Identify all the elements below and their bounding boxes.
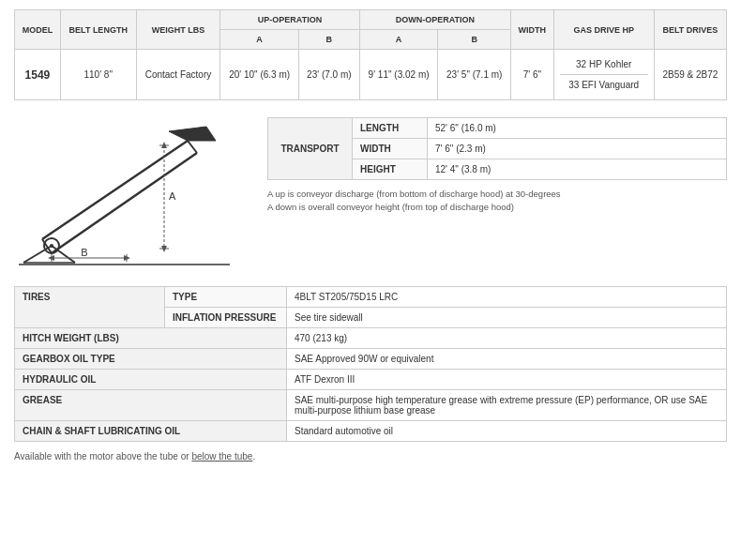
gas-drive-2: 33 EFI Vanguard [560, 75, 648, 95]
transport-length-value: 52' 6" (16.0 m) [428, 118, 727, 139]
tires-type-value: 4BLT ST205/75D15 LRC [287, 287, 727, 308]
header-gas-drive: GAS DRIVE HP [553, 10, 654, 50]
grease-row: GREASE SAE multi-purpose high temperatur… [15, 390, 727, 421]
transport-notes: A up is conveyor discharge (from bottom … [267, 188, 727, 215]
hydraulic-oil-label: HYDRAULIC OIL [15, 370, 287, 390]
chain-shaft-value: Standard automotive oil [287, 421, 727, 442]
tires-label: TIRES [15, 287, 165, 328]
hydraulic-oil-row: HYDRAULIC OIL ATF Dexron III [15, 370, 727, 390]
header-weight: WEIGHT LBS [136, 10, 220, 50]
tires-type-label: TYPE [165, 287, 287, 308]
svg-line-8 [52, 246, 75, 263]
grease-value: SAE multi-purpose high temperature greas… [287, 390, 727, 421]
row-belt-length: 110' 8" [60, 50, 136, 100]
svg-line-0 [42, 141, 188, 239]
header-down-b: B [438, 30, 511, 50]
gas-drive-1: 32 HP Kohler [560, 54, 648, 75]
tires-row: TIRES TYPE 4BLT ST205/75D15 LRC [15, 287, 727, 308]
svg-line-3 [188, 141, 197, 153]
gearbox-oil-label: GEARBOX OIL TYPE [15, 349, 287, 370]
tires-pressure-label: INFLATION PRESSURE [165, 308, 287, 328]
hitch-weight-row: HITCH WEIGHT (LBS) 470 (213 kg) [15, 328, 727, 349]
svg-line-7 [23, 246, 52, 263]
transport-height-value: 12' 4" (3.8 m) [428, 159, 727, 180]
svg-marker-4 [169, 127, 216, 141]
row-down-b: 23' 5" (7.1 m) [438, 50, 511, 100]
row-up-b: 23' (7.0 m) [298, 50, 359, 100]
row-belt-drives: 2B59 & 2B72 [654, 50, 726, 100]
hydraulic-oil-value: ATF Dexron III [287, 370, 727, 390]
hitch-weight-value: 470 (213 kg) [287, 328, 727, 349]
header-width: WIDTH [511, 10, 554, 50]
row-width: 7' 6" [511, 50, 554, 100]
transport-width-label: WIDTH [353, 139, 428, 159]
header-belt-length: BELT LENGTH [60, 10, 136, 50]
header-up-a: A [220, 30, 299, 50]
chain-shaft-label: CHAIN & SHAFT LUBRICATING OIL [15, 421, 287, 442]
row-weight: Contact Factory [136, 50, 220, 100]
tires-pressure-value: See tire sidewall [287, 308, 727, 328]
header-down-operation: DOWN-OPERATION [359, 10, 510, 30]
header-model: MODEL [15, 10, 61, 50]
row-up-a: 20' 10" (6.3 m) [220, 50, 299, 100]
conveyor-svg: A B [14, 117, 239, 267]
gearbox-oil-value: SAE Approved 90W or equivalent [287, 349, 727, 370]
footer-text-before: Available with the motor above the tube … [14, 451, 191, 462]
transport-table: TRANSPORT LENGTH 52' 6" (16.0 m) WIDTH 7… [267, 117, 727, 180]
row-gas-drive: 32 HP Kohler 33 EFI Vanguard [553, 50, 654, 100]
hitch-weight-label: HITCH WEIGHT (LBS) [15, 328, 287, 349]
transport-label: TRANSPORT [268, 118, 353, 180]
header-belt-drives: BELT DRIVES [654, 10, 726, 50]
svg-text:A: A [169, 190, 176, 202]
transport-height-label: HEIGHT [353, 159, 428, 180]
footer-text-after: . [252, 451, 255, 462]
header-down-a: A [359, 30, 438, 50]
note-a-up: A up is conveyor discharge (from bottom … [267, 188, 727, 201]
chain-shaft-row: CHAIN & SHAFT LUBRICATING OIL Standard a… [15, 421, 727, 442]
footer-underline: below the tube [191, 451, 252, 462]
transport-specs: TRANSPORT LENGTH 52' 6" (16.0 m) WIDTH 7… [267, 117, 727, 215]
detail-specs-table: TIRES TYPE 4BLT ST205/75D15 LRC INFLATIO… [14, 286, 727, 442]
row-model: 1549 [15, 50, 61, 100]
footer-note: Available with the motor above the tube … [14, 451, 727, 462]
grease-label: GREASE [15, 390, 287, 421]
header-up-operation: UP-OPERATION [220, 10, 359, 30]
note-a-down: A down is overall conveyor height (from … [267, 201, 727, 214]
gearbox-oil-row: GEARBOX OIL TYPE SAE Approved 90W or equ… [15, 349, 727, 370]
transport-width-value: 7' 6" (2.3 m) [428, 139, 727, 159]
svg-text:B: B [81, 247, 87, 258]
diagram-transport-section: A B TRANSPORT LENGTH 52' 6" (16.0 m) WID… [14, 117, 727, 269]
conveyor-diagram: A B [14, 117, 249, 269]
transport-length-label: LENGTH [353, 118, 428, 139]
row-down-a: 9' 11" (3.02 m) [359, 50, 438, 100]
svg-line-1 [52, 153, 197, 253]
header-up-b: B [298, 30, 359, 50]
main-specs-table: MODEL BELT LENGTH WEIGHT LBS UP-OPERATIO… [14, 9, 727, 100]
